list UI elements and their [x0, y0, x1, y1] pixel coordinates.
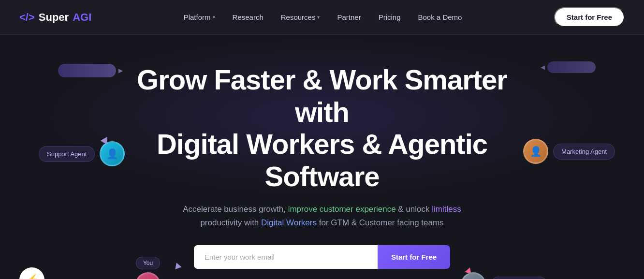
nav-link-platform[interactable]: Platform ▾ — [177, 9, 222, 25]
nav-item-research[interactable]: Research — [226, 9, 270, 25]
logo-bracket: </> — [19, 11, 35, 24]
lightning-button[interactable]: ⚡ — [19, 267, 44, 279]
nav-item-partner[interactable]: Partner — [330, 9, 367, 25]
marketing-agent-label: Marketing Agent — [553, 144, 615, 160]
nav-link-resources[interactable]: Resources ▾ — [274, 9, 327, 25]
logo-super: Super — [39, 11, 69, 24]
hero-section: Grow Faster & Work Smarter with Digital … — [0, 35, 644, 279]
nav-item-pricing[interactable]: Pricing — [372, 9, 408, 25]
marketing-agent-avatar: 👤 — [523, 139, 548, 164]
hero-subtitle: Accelerate business growth, improve cust… — [182, 203, 462, 230]
subtitle-highlight-limitless: limitless — [432, 205, 461, 214]
support-agent-avatar: 👤 — [100, 141, 125, 166]
hero-start-free-button[interactable]: Start for Free — [378, 245, 450, 269]
nav-links: Platform ▾ Research Resources ▾ Partner … — [177, 9, 469, 25]
navbar: </> SuperAGI Platform ▾ Research Resourc… — [0, 0, 644, 35]
nav-link-pricing[interactable]: Pricing — [372, 9, 408, 25]
nav-item-resources[interactable]: Resources ▾ — [274, 9, 327, 25]
support-agent-widget: Support Agent 👤 — [39, 141, 125, 166]
chevron-down-icon: ▾ — [317, 15, 320, 20]
subtitle-highlight-growth: improve customer experience — [288, 205, 396, 214]
email-input[interactable] — [194, 245, 378, 269]
deco-top-right — [547, 61, 596, 73]
nav-link-partner[interactable]: Partner — [330, 9, 367, 25]
nav-item-book-demo[interactable]: Book a Demo — [411, 9, 469, 25]
nav-link-book-demo[interactable]: Book a Demo — [411, 9, 469, 25]
deco-top-left — [58, 64, 116, 77]
logo[interactable]: </> SuperAGI — [19, 11, 91, 24]
nav-link-research[interactable]: Research — [226, 9, 270, 25]
support-agent-label: Support Agent — [39, 146, 95, 162]
logo-agi: AGI — [73, 11, 91, 24]
subtitle-highlight-digital: Digital Workers — [261, 218, 317, 227]
email-form: Start for Free — [19, 245, 625, 269]
marketing-agent-widget: 👤 Marketing Agent — [523, 139, 615, 164]
nav-start-free-button[interactable]: Start for Free — [554, 7, 625, 27]
nav-item-platform[interactable]: Platform ▾ — [177, 9, 222, 25]
chevron-down-icon: ▾ — [213, 15, 215, 20]
hero-title: Grow Faster & Work Smarter with Digital … — [124, 64, 520, 193]
